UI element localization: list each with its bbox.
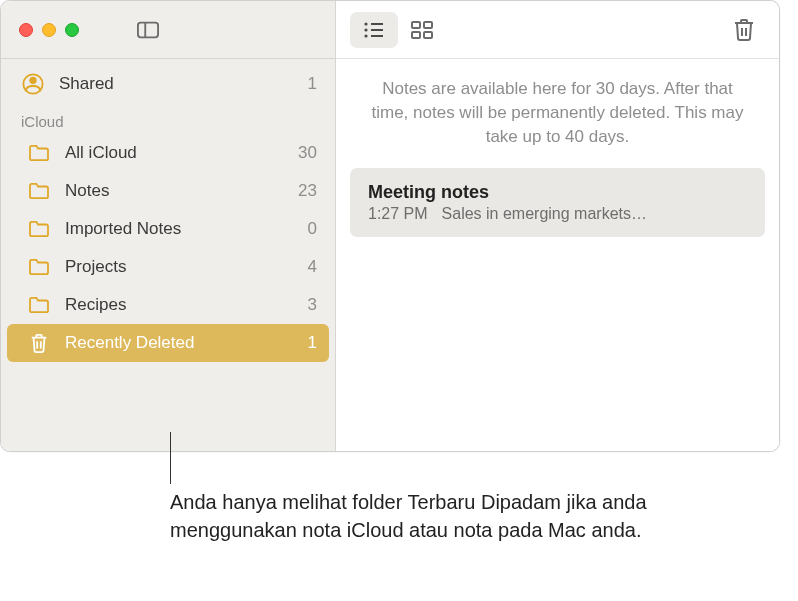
folder-icon	[27, 179, 51, 203]
note-preview: Sales in emerging markets…	[442, 205, 647, 223]
list-icon	[363, 21, 385, 39]
sidebar-item-label: Recipes	[65, 295, 308, 315]
sidebar-item-label: All iCloud	[65, 143, 298, 163]
gallery-view-button[interactable]	[398, 12, 446, 48]
minimize-window-button[interactable]	[42, 23, 56, 37]
trash-icon	[27, 331, 51, 355]
sidebar-item-shared[interactable]: Shared 1	[1, 65, 335, 103]
sidebar-item-projects[interactable]: Projects 4	[1, 248, 335, 286]
svg-point-6	[364, 22, 367, 25]
callout-text: Anda hanya melihat folder Terbaru Dipada…	[170, 488, 650, 544]
window-controls	[19, 23, 79, 37]
sidebar-section-header: iCloud	[1, 103, 335, 134]
shared-icon	[21, 72, 45, 96]
main-toolbar	[336, 1, 779, 59]
sidebar-item-count: 23	[298, 181, 317, 201]
sidebar-item-label: Recently Deleted	[65, 333, 308, 353]
titlebar	[1, 1, 335, 59]
svg-rect-13	[424, 22, 432, 28]
sidebar-item-recently-deleted[interactable]: Recently Deleted 1	[7, 324, 329, 362]
folder-icon	[27, 255, 51, 279]
trash-icon	[733, 17, 755, 43]
svg-rect-0	[138, 22, 158, 37]
note-title: Meeting notes	[368, 182, 747, 203]
note-list-item[interactable]: Meeting notes 1:27 PM Sales in emerging …	[350, 168, 765, 237]
note-time: 1:27 PM	[368, 205, 428, 223]
sidebar-item-label: Shared	[59, 74, 308, 94]
sidebar-item-count: 1	[308, 74, 317, 94]
note-subtitle: 1:27 PM Sales in emerging markets…	[368, 205, 747, 223]
sidebar-item-label: Notes	[65, 181, 298, 201]
grid-icon	[411, 21, 433, 39]
svg-point-8	[364, 34, 367, 37]
folder-icon	[27, 293, 51, 317]
sidebar-item-count: 0	[308, 219, 317, 239]
sidebar-item-count: 30	[298, 143, 317, 163]
fullscreen-window-button[interactable]	[65, 23, 79, 37]
svg-point-7	[364, 28, 367, 31]
toggle-sidebar-button[interactable]	[127, 14, 169, 46]
view-mode-group	[350, 12, 446, 48]
sidebar-item-count: 4	[308, 257, 317, 277]
sidebar: Shared 1 iCloud All iCloud 30	[1, 1, 336, 451]
svg-rect-14	[412, 32, 420, 38]
callout-line	[170, 432, 171, 484]
sidebar-item-recipes[interactable]: Recipes 3	[1, 286, 335, 324]
sidebar-icon	[137, 21, 159, 39]
svg-rect-12	[412, 22, 420, 28]
folder-icon	[27, 217, 51, 241]
sidebar-item-count: 1	[308, 333, 317, 353]
list-view-button[interactable]	[350, 12, 398, 48]
sidebar-item-imported[interactable]: Imported Notes 0	[1, 210, 335, 248]
svg-point-2	[29, 77, 36, 84]
sidebar-item-count: 3	[308, 295, 317, 315]
info-banner: Notes are available here for 30 days. Af…	[336, 59, 779, 168]
sidebar-item-label: Imported Notes	[65, 219, 308, 239]
main-panel: Notes are available here for 30 days. Af…	[336, 1, 779, 451]
close-window-button[interactable]	[19, 23, 33, 37]
folder-icon	[27, 141, 51, 165]
sidebar-item-all-icloud[interactable]: All iCloud 30	[1, 134, 335, 172]
svg-rect-15	[424, 32, 432, 38]
sidebar-item-label: Projects	[65, 257, 308, 277]
app-window: Shared 1 iCloud All iCloud 30	[0, 0, 780, 452]
delete-button[interactable]	[723, 12, 765, 48]
sidebar-content: Shared 1 iCloud All iCloud 30	[1, 59, 335, 362]
sidebar-item-notes[interactable]: Notes 23	[1, 172, 335, 210]
